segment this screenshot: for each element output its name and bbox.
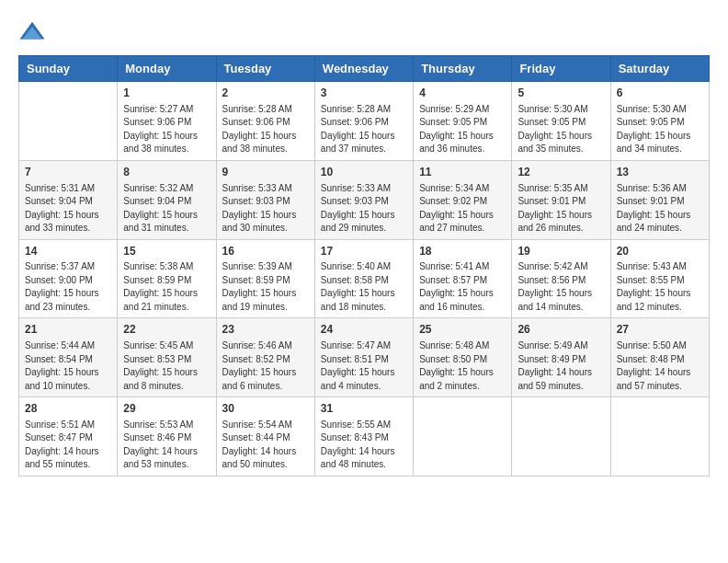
calendar-header-wednesday: Wednesday [314, 56, 413, 82]
day-info: Sunrise: 5:28 AM Sunset: 9:06 PM Dayligh… [321, 103, 407, 156]
day-info: Sunrise: 5:54 AM Sunset: 8:44 PM Dayligh… [222, 419, 309, 472]
calendar-cell: 18Sunrise: 5:41 AM Sunset: 8:57 PM Dayli… [414, 239, 512, 318]
calendar-week-1: 1Sunrise: 5:27 AM Sunset: 9:06 PM Daylig… [19, 82, 710, 161]
calendar-cell: 19Sunrise: 5:42 AM Sunset: 8:56 PM Dayli… [512, 239, 610, 318]
page-header [18, 18, 710, 46]
calendar-header-tuesday: Tuesday [216, 56, 314, 82]
day-info: Sunrise: 5:33 AM Sunset: 9:03 PM Dayligh… [222, 182, 309, 236]
day-number: 9 [222, 165, 309, 180]
calendar-cell [610, 397, 709, 477]
day-info: Sunrise: 5:41 AM Sunset: 8:57 PM Dayligh… [419, 260, 506, 314]
calendar-week-4: 21Sunrise: 5:44 AM Sunset: 8:54 PM Dayli… [19, 318, 710, 397]
day-info: Sunrise: 5:44 AM Sunset: 8:54 PM Dayligh… [25, 339, 111, 393]
day-info: Sunrise: 5:53 AM Sunset: 8:46 PM Dayligh… [123, 419, 210, 472]
calendar-header-saturday: Saturday [610, 56, 709, 82]
calendar-header-sunday: Sunday [19, 56, 118, 82]
day-info: Sunrise: 5:28 AM Sunset: 9:06 PM Dayligh… [222, 103, 309, 156]
day-info: Sunrise: 5:50 AM Sunset: 8:48 PM Dayligh… [617, 339, 703, 393]
day-info: Sunrise: 5:34 AM Sunset: 9:02 PM Dayligh… [419, 182, 506, 236]
calendar-cell: 4Sunrise: 5:29 AM Sunset: 9:05 PM Daylig… [414, 82, 512, 161]
day-number: 6 [617, 86, 703, 101]
calendar-cell: 3Sunrise: 5:28 AM Sunset: 9:06 PM Daylig… [314, 82, 413, 161]
day-info: Sunrise: 5:30 AM Sunset: 9:05 PM Dayligh… [518, 103, 604, 156]
day-info: Sunrise: 5:48 AM Sunset: 8:50 PM Dayligh… [419, 339, 506, 393]
day-info: Sunrise: 5:37 AM Sunset: 9:00 PM Dayligh… [25, 260, 111, 314]
calendar-cell: 5Sunrise: 5:30 AM Sunset: 9:05 PM Daylig… [512, 82, 610, 161]
day-number: 2 [222, 86, 309, 101]
day-number: 4 [419, 86, 506, 101]
day-info: Sunrise: 5:46 AM Sunset: 8:52 PM Dayligh… [222, 339, 309, 393]
day-info: Sunrise: 5:47 AM Sunset: 8:51 PM Dayligh… [321, 339, 407, 393]
day-info: Sunrise: 5:39 AM Sunset: 8:59 PM Dayligh… [222, 260, 309, 314]
day-number: 17 [321, 244, 407, 259]
calendar-cell: 11Sunrise: 5:34 AM Sunset: 9:02 PM Dayli… [414, 160, 512, 239]
calendar-header-monday: Monday [118, 56, 216, 82]
calendar-week-5: 28Sunrise: 5:51 AM Sunset: 8:47 PM Dayli… [19, 397, 710, 477]
calendar-cell: 30Sunrise: 5:54 AM Sunset: 8:44 PM Dayli… [216, 397, 314, 477]
day-number: 3 [321, 86, 407, 101]
day-info: Sunrise: 5:42 AM Sunset: 8:56 PM Dayligh… [518, 260, 604, 314]
day-info: Sunrise: 5:33 AM Sunset: 9:03 PM Dayligh… [321, 182, 407, 236]
calendar-week-2: 7Sunrise: 5:31 AM Sunset: 9:04 PM Daylig… [19, 160, 710, 239]
day-number: 22 [123, 322, 210, 338]
calendar-cell: 13Sunrise: 5:36 AM Sunset: 9:01 PM Dayli… [610, 160, 709, 239]
day-info: Sunrise: 5:27 AM Sunset: 9:06 PM Dayligh… [123, 103, 210, 156]
logo-icon [18, 18, 46, 46]
logo [18, 18, 50, 46]
calendar-cell: 22Sunrise: 5:45 AM Sunset: 8:53 PM Dayli… [118, 318, 216, 397]
day-number: 12 [518, 165, 604, 180]
day-info: Sunrise: 5:43 AM Sunset: 8:55 PM Dayligh… [617, 260, 703, 314]
calendar-cell: 27Sunrise: 5:50 AM Sunset: 8:48 PM Dayli… [610, 318, 709, 397]
calendar-cell: 14Sunrise: 5:37 AM Sunset: 9:00 PM Dayli… [19, 239, 118, 318]
day-number: 18 [419, 244, 506, 259]
day-number: 26 [518, 322, 604, 338]
day-number: 15 [123, 244, 210, 259]
day-number: 20 [617, 244, 703, 259]
calendar-cell: 17Sunrise: 5:40 AM Sunset: 8:58 PM Dayli… [314, 239, 413, 318]
calendar-cell: 8Sunrise: 5:32 AM Sunset: 9:04 PM Daylig… [118, 160, 216, 239]
day-info: Sunrise: 5:35 AM Sunset: 9:01 PM Dayligh… [518, 182, 604, 236]
calendar-cell [512, 397, 610, 477]
calendar-cell: 12Sunrise: 5:35 AM Sunset: 9:01 PM Dayli… [512, 160, 610, 239]
day-number: 8 [123, 165, 210, 180]
calendar-cell: 24Sunrise: 5:47 AM Sunset: 8:51 PM Dayli… [314, 318, 413, 397]
calendar-header-thursday: Thursday [414, 56, 512, 82]
day-number: 30 [222, 401, 309, 417]
day-number: 7 [25, 165, 111, 180]
calendar-cell: 9Sunrise: 5:33 AM Sunset: 9:03 PM Daylig… [216, 160, 314, 239]
calendar-cell: 16Sunrise: 5:39 AM Sunset: 8:59 PM Dayli… [216, 239, 314, 318]
day-number: 27 [617, 322, 703, 338]
day-number: 14 [25, 244, 111, 259]
day-info: Sunrise: 5:38 AM Sunset: 8:59 PM Dayligh… [123, 260, 210, 314]
day-info: Sunrise: 5:36 AM Sunset: 9:01 PM Dayligh… [617, 182, 703, 236]
day-number: 31 [321, 401, 407, 417]
calendar-week-3: 14Sunrise: 5:37 AM Sunset: 9:00 PM Dayli… [19, 239, 710, 318]
day-info: Sunrise: 5:32 AM Sunset: 9:04 PM Dayligh… [123, 182, 210, 236]
day-info: Sunrise: 5:40 AM Sunset: 8:58 PM Dayligh… [321, 260, 407, 314]
day-info: Sunrise: 5:55 AM Sunset: 8:43 PM Dayligh… [321, 419, 407, 472]
calendar-table: SundayMondayTuesdayWednesdayThursdayFrid… [18, 55, 710, 477]
day-number: 10 [321, 165, 407, 180]
day-number: 25 [419, 322, 506, 338]
day-info: Sunrise: 5:51 AM Sunset: 8:47 PM Dayligh… [25, 419, 111, 472]
calendar-header-row: SundayMondayTuesdayWednesdayThursdayFrid… [19, 56, 710, 82]
calendar-cell: 26Sunrise: 5:49 AM Sunset: 8:49 PM Dayli… [512, 318, 610, 397]
calendar-cell [19, 82, 118, 161]
day-number: 21 [25, 322, 111, 338]
day-number: 13 [617, 165, 703, 180]
calendar-cell: 23Sunrise: 5:46 AM Sunset: 8:52 PM Dayli… [216, 318, 314, 397]
calendar-cell [414, 397, 512, 477]
calendar-cell: 31Sunrise: 5:55 AM Sunset: 8:43 PM Dayli… [314, 397, 413, 477]
day-info: Sunrise: 5:29 AM Sunset: 9:05 PM Dayligh… [419, 103, 506, 156]
calendar-cell: 29Sunrise: 5:53 AM Sunset: 8:46 PM Dayli… [118, 397, 216, 477]
day-info: Sunrise: 5:45 AM Sunset: 8:53 PM Dayligh… [123, 339, 210, 393]
day-number: 24 [321, 322, 407, 338]
calendar-cell: 10Sunrise: 5:33 AM Sunset: 9:03 PM Dayli… [314, 160, 413, 239]
day-number: 5 [518, 86, 604, 101]
day-number: 28 [25, 401, 111, 417]
calendar-cell: 2Sunrise: 5:28 AM Sunset: 9:06 PM Daylig… [216, 82, 314, 161]
calendar-cell: 15Sunrise: 5:38 AM Sunset: 8:59 PM Dayli… [118, 239, 216, 318]
day-info: Sunrise: 5:30 AM Sunset: 9:05 PM Dayligh… [617, 103, 703, 156]
calendar-header-friday: Friday [512, 56, 610, 82]
day-info: Sunrise: 5:49 AM Sunset: 8:49 PM Dayligh… [518, 339, 604, 393]
